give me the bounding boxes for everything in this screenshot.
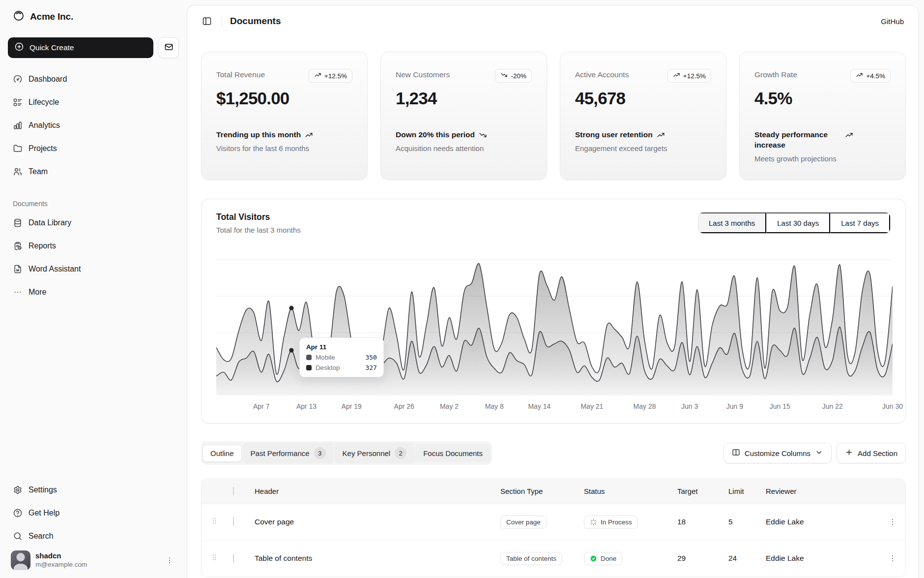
report-icon xyxy=(13,241,23,251)
range-option-last-7-days[interactable]: Last 7 days xyxy=(830,213,890,233)
loader-icon xyxy=(590,518,597,526)
cell-target[interactable]: 29 xyxy=(671,540,711,577)
series-swatch xyxy=(306,365,312,370)
col-header[interactable]: Header xyxy=(249,479,494,504)
section-tabs: Outline Past Performance3 Key Personnel2… xyxy=(201,441,492,465)
cell-limit[interactable]: 5 xyxy=(711,504,760,540)
sidebar-item-label: Dashboard xyxy=(29,75,67,84)
user-kebab-icon[interactable] xyxy=(163,554,176,567)
customize-columns-button[interactable]: Customize Columns xyxy=(723,443,832,463)
tab-focus-documents[interactable]: Focus Documents xyxy=(415,445,491,462)
status-badge: Done xyxy=(584,552,622,565)
sidebar-item-label: Word Assistant xyxy=(29,265,81,274)
sidebar-item-lifecycle[interactable]: Lifecycle xyxy=(8,92,179,113)
tooltip-date: Apr 11 xyxy=(306,343,377,351)
stat-footer-title: Steady performance increase xyxy=(754,130,891,151)
tab-outline[interactable]: Outline xyxy=(202,445,242,462)
chart-subtitle: Total for the last 3 months xyxy=(216,226,301,234)
cell-reviewer[interactable]: Eddie Lake xyxy=(760,504,878,540)
chart-plot[interactable]: Apr 11 Mobile 350 Desktop 327 Apr 7Apr 1… xyxy=(216,247,891,412)
sidebar-section-label: Documents xyxy=(8,200,179,213)
stat-footer-desc: Visitors for the last 6 months xyxy=(216,144,352,152)
tab-past-performance[interactable]: Past Performance3 xyxy=(243,443,334,463)
range-option-last-3-months[interactable]: Last 3 months xyxy=(698,213,766,233)
tab-count-badge: 3 xyxy=(314,447,326,459)
stat-card-new-customers: New Customers -20% 1,234 Down 20% this p… xyxy=(380,52,547,180)
trending-up-icon xyxy=(657,130,665,139)
github-link[interactable]: GitHub xyxy=(881,17,904,26)
sidebar-item-data-library[interactable]: Data Library xyxy=(8,213,179,233)
sidebar-item-get-help[interactable]: Get Help xyxy=(8,503,179,523)
sidebar-nav-documents: Data LibraryReportsWord AssistantMore xyxy=(8,213,179,303)
section-type-badge: Cover page xyxy=(500,516,547,529)
cell-header[interactable]: Table of contents xyxy=(249,540,494,577)
tooltip-series-label: Mobile xyxy=(316,354,335,361)
cell-limit[interactable]: 24 xyxy=(711,540,760,577)
trending-up-icon xyxy=(314,71,321,80)
drag-handle-icon[interactable] xyxy=(210,517,219,525)
sidebar-item-search[interactable]: Search xyxy=(8,526,179,547)
stat-label: New Customers xyxy=(396,69,450,79)
stat-value: 1,234 xyxy=(396,89,532,108)
cell-reviewer[interactable]: Eddie Lake xyxy=(760,540,878,577)
tooltip-row-desktop: Desktop 327 xyxy=(306,364,377,371)
trend-badge: +4.5% xyxy=(850,69,891,83)
sidebar-item-word-assistant[interactable]: Word Assistant xyxy=(8,259,179,279)
chart-bar-icon xyxy=(13,121,23,130)
quick-create-button[interactable]: Quick Create xyxy=(8,37,153,58)
col-section-type[interactable]: Section Type xyxy=(494,479,578,504)
sidebar-item-label: Lifecycle xyxy=(29,98,59,107)
sidebar-item-reports[interactable]: Reports xyxy=(8,236,179,256)
x-tick-may-28: May 28 xyxy=(634,402,656,410)
stat-value: $1,250.00 xyxy=(216,89,352,108)
sidebar-item-projects[interactable]: Projects xyxy=(8,138,179,159)
x-tick-apr-7: Apr 7 xyxy=(253,402,269,410)
cell-target[interactable]: 18 xyxy=(671,504,711,540)
stat-value: 4.5% xyxy=(754,89,891,108)
col-reviewer[interactable]: Reviewer xyxy=(760,479,878,504)
plus-icon xyxy=(845,448,853,458)
chart-title: Total Visitors xyxy=(216,212,301,222)
row-actions-kebab[interactable] xyxy=(885,515,900,529)
drag-handle-icon[interactable] xyxy=(210,553,219,562)
col-limit[interactable]: Limit xyxy=(711,479,760,504)
acme-logo-icon xyxy=(13,10,25,24)
row-checkbox[interactable] xyxy=(233,517,234,526)
sidebar-toggle-icon[interactable] xyxy=(200,14,214,28)
sidebar-item-settings[interactable]: Settings xyxy=(8,480,179,500)
stat-footer-title: Down 20% this period xyxy=(396,130,532,140)
sidebar-item-team[interactable]: Team xyxy=(8,161,179,182)
col-drag xyxy=(202,479,227,504)
stat-card-active-accounts: Active Accounts +12.5% 45,678 Strong use… xyxy=(560,52,726,180)
cell-header[interactable]: Cover page xyxy=(249,504,494,540)
chevron-down-icon xyxy=(815,448,823,458)
table-row: Table of contents Table of contents Done… xyxy=(202,540,906,577)
row-actions-kebab[interactable] xyxy=(885,551,900,566)
brand[interactable]: Acme Inc. xyxy=(8,8,179,26)
dots-icon xyxy=(13,287,23,297)
content: Total Revenue +12.5% $1,250.00 Trending … xyxy=(187,37,919,577)
sidebar-item-dashboard[interactable]: Dashboard xyxy=(8,69,179,90)
stat-value: 45,678 xyxy=(575,89,711,108)
page-title: Documents xyxy=(230,16,281,27)
add-section-label: Add Section xyxy=(858,449,897,457)
range-option-last-30-days[interactable]: Last 30 days xyxy=(766,213,830,233)
add-section-button[interactable]: Add Section xyxy=(837,443,906,463)
x-tick-may-8: May 8 xyxy=(485,402,504,410)
select-all-checkbox[interactable] xyxy=(233,487,234,496)
sidebar-item-analytics[interactable]: Analytics xyxy=(8,115,179,136)
tooltip-series-label: Desktop xyxy=(316,364,340,371)
search-icon xyxy=(13,531,23,541)
col-status[interactable]: Status xyxy=(578,479,671,504)
sidebar-item-more[interactable]: More xyxy=(8,282,179,303)
user-menu[interactable]: shadcn m@example.com xyxy=(8,547,179,571)
tab-key-personnel[interactable]: Key Personnel2 xyxy=(335,443,415,463)
sidebar-item-label: Projects xyxy=(29,144,57,153)
row-checkbox[interactable] xyxy=(233,553,234,563)
trending-down-icon xyxy=(500,71,508,80)
inbox-button[interactable] xyxy=(158,37,179,58)
col-target[interactable]: Target xyxy=(671,479,711,504)
x-tick-may-2: May 2 xyxy=(440,402,459,410)
file-word-icon xyxy=(13,264,23,274)
stat-label: Growth Rate xyxy=(754,69,797,79)
